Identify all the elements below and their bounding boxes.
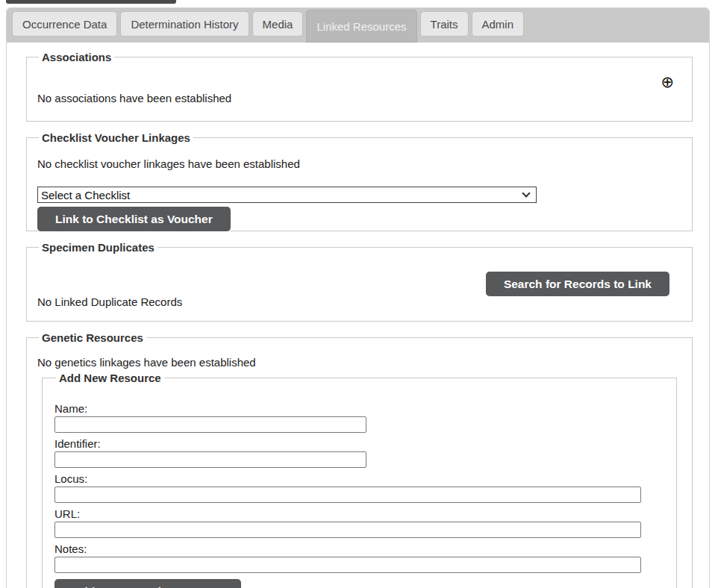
linked-resources-panel: Associations ⊕ No associations have been… — [7, 43, 709, 588]
genetic-empty-text: No genetics linkages have been establish… — [37, 356, 681, 369]
locus-field[interactable] — [54, 487, 641, 503]
specimen-duplicates-legend: Specimen Duplicates — [39, 241, 157, 254]
associations-section: Associations ⊕ No associations have been… — [26, 51, 693, 122]
genetic-resources-section: Genetic Resources No genetics linkages h… — [26, 331, 693, 588]
tab-bar: Occurrence Data Determination History Me… — [7, 8, 709, 43]
identifier-label: Identifier: — [54, 437, 664, 450]
specimen-duplicates-section: Specimen Duplicates Search for Records t… — [26, 241, 693, 322]
tab-admin[interactable]: Admin — [472, 11, 525, 37]
name-field[interactable] — [54, 416, 366, 433]
notes-label: Notes: — [54, 542, 664, 555]
tab-linked-resources[interactable]: Linked Resources — [306, 10, 416, 43]
url-field[interactable] — [54, 522, 641, 538]
notes-field[interactable] — [54, 557, 641, 573]
tab-media[interactable]: Media — [252, 11, 304, 37]
checklist-voucher-legend: Checklist Voucher Linkages — [39, 131, 193, 144]
add-new-resource-legend: Add New Resource — [56, 372, 164, 384]
identifier-field[interactable] — [54, 451, 366, 468]
add-new-genetic-resource-button[interactable]: Add New Genetic Resource — [54, 579, 241, 588]
search-records-to-link-button[interactable]: Search for Records to Link — [486, 272, 669, 296]
checklist-voucher-section: Checklist Voucher Linkages No checklist … — [26, 131, 693, 231]
add-association-plus-circle-icon[interactable]: ⊕ — [661, 74, 674, 90]
checklist-select[interactable]: Select a Checklist — [37, 187, 537, 203]
linked-resources-tab-widget: Occurrence Data Determination History Me… — [6, 7, 710, 588]
tab-occurrence-data[interactable]: Occurrence Data — [12, 11, 117, 37]
associations-empty-text: No associations have been established — [37, 92, 681, 104]
tab-determination-history[interactable]: Determination History — [120, 11, 249, 37]
checklist-select-wrap: Select a Checklist — [37, 187, 537, 203]
tab-traits[interactable]: Traits — [420, 11, 469, 37]
url-label: URL: — [54, 507, 664, 520]
genetic-resources-legend: Genetic Resources — [39, 331, 146, 344]
duplicates-empty-text: No Linked Duplicate Records — [37, 295, 681, 308]
locus-label: Locus: — [54, 472, 664, 485]
name-label: Name: — [54, 402, 664, 415]
associations-legend: Associations — [39, 51, 114, 63]
add-new-resource-section: Add New Resource Name: Identifier: Locus… — [42, 372, 677, 588]
link-to-checklist-button[interactable]: Link to Checklist as Voucher — [37, 207, 231, 231]
clipped-element-top-bar — [6, 0, 176, 4]
checklist-empty-text: No checklist voucher linkages have been … — [37, 157, 681, 170]
